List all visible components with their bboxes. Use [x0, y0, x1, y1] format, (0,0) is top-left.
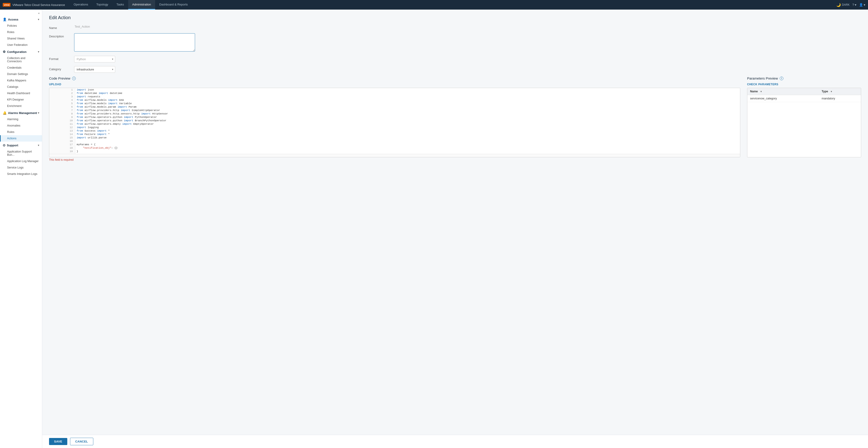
code-line-content: from datetime import datetime: [75, 91, 740, 95]
line-number: 6: [49, 105, 75, 108]
sidebar-group-alarms[interactable]: 🔔Alarms Management ▾: [0, 109, 42, 116]
code-table: 1import json2from datetime import dateti…: [49, 88, 740, 154]
format-select-wrapper: Python ▾: [74, 56, 115, 62]
code-line-content: import logging: [75, 126, 740, 129]
sidebar-collapse-button[interactable]: «: [0, 9, 42, 16]
sidebar-group-configuration[interactable]: ⚙Configuration ▾: [0, 48, 42, 55]
code-scroll-area[interactable]: 1import json2from datetime import dateti…: [49, 88, 740, 154]
code-line-content: from airflow.operators.empty import Empt…: [75, 122, 740, 126]
cancel-button[interactable]: CANCEL: [70, 438, 93, 445]
sidebar-item-roles[interactable]: Roles: [0, 29, 42, 35]
code-preview-header: Code Preview i: [49, 76, 740, 80]
sidebar-item-kafka-mappers[interactable]: Kafka Mappers: [0, 77, 42, 84]
nav-item-administration[interactable]: Administration: [128, 0, 155, 9]
category-value-wrap: infrastructure network application ▾: [74, 66, 202, 73]
save-button[interactable]: SAVE: [49, 438, 67, 445]
params-type-filter-icon[interactable]: ▼: [830, 90, 832, 93]
category-select-wrapper: infrastructure network application ▾: [74, 66, 115, 73]
line-number: 9: [49, 115, 75, 119]
sidebar-item-anomalies[interactable]: Anomalies: [0, 122, 42, 129]
line-number: 12: [49, 126, 75, 129]
code-horizontal-scrollbar[interactable]: [49, 154, 740, 157]
format-select[interactable]: Python: [74, 56, 115, 62]
code-line-content: from airflow.models import Variable: [75, 102, 740, 105]
sidebar-item-alarming[interactable]: Alarming: [0, 116, 42, 122]
code-line-content: myParams = {: [75, 143, 740, 146]
sidebar-item-app-support[interactable]: Application Support Bun...: [0, 149, 42, 158]
line-number: 1: [49, 88, 75, 91]
sidebar-item-user-federation[interactable]: User Federation: [0, 42, 42, 48]
sidebar-item-credentials[interactable]: Credentials: [0, 65, 42, 71]
sidebar-item-rules[interactable]: Rules: [0, 129, 42, 135]
code-line-row: 14from Failure import *: [49, 132, 740, 136]
sidebar-item-service-logs[interactable]: Service Logs: [0, 164, 42, 171]
nav-items: Operations Topology Tasks Administration…: [69, 0, 836, 9]
code-line-row: 6from airflow.models.param import Param: [49, 105, 740, 108]
nav-item-tasks[interactable]: Tasks: [112, 0, 128, 9]
sidebar-item-enrichment[interactable]: Enrichment: [0, 103, 42, 109]
sidebar-item-actions[interactable]: Actions: [0, 135, 42, 141]
dark-mode-toggle[interactable]: 🌙 DARK: [836, 3, 849, 7]
code-line-content: from airflow.operators.python import Pyt…: [75, 115, 740, 119]
code-line-row: 16: [49, 139, 740, 143]
code-line-row: 11from airflow.operators.empty import Em…: [49, 122, 740, 126]
params-table-row: servicenow_categorymandatory: [747, 95, 861, 102]
code-line-row: 12import logging: [49, 126, 740, 129]
field-required-message: This field is required: [49, 158, 740, 161]
sidebar-item-collectors[interactable]: Collectors and Connectors: [0, 55, 42, 65]
check-params-link[interactable]: CHECK PARAMETERS: [747, 83, 778, 86]
configuration-icon: ⚙: [3, 50, 6, 54]
name-value: Test_Action: [74, 25, 202, 28]
code-preview-title: Code Preview: [49, 76, 70, 80]
description-textarea[interactable]: [74, 33, 195, 52]
sidebar-item-smarts-integration[interactable]: Smarts Integration Logs: [0, 171, 42, 177]
sidebar-group-access[interactable]: 👤Access ▾: [0, 16, 42, 23]
param-type-cell: mandatory: [819, 95, 861, 102]
name-label: Name: [49, 25, 74, 30]
code-line-row: 5from airflow.models import Variable: [49, 102, 740, 105]
line-number: 13: [49, 129, 75, 132]
code-line-content: from airflow.operators.python import Bra…: [75, 119, 740, 122]
category-select[interactable]: infrastructure network application: [74, 66, 115, 73]
code-preview-info-icon[interactable]: i: [72, 76, 76, 80]
params-name-filter-icon[interactable]: ▼: [760, 90, 763, 93]
code-line-row: 3import requests: [49, 95, 740, 98]
sidebar-item-health-dashboard[interactable]: Health Dashboard: [0, 90, 42, 96]
sidebar-item-kpi-designer[interactable]: KPI Designer: [0, 96, 42, 103]
param-name-cell: servicenow_category: [747, 95, 819, 102]
line-number: 3: [49, 95, 75, 98]
sidebar-item-shared-views[interactable]: Shared Views: [0, 35, 42, 42]
help-button[interactable]: ? ▾: [852, 3, 856, 7]
nav-item-dashboard[interactable]: Dashboard & Reports: [155, 0, 192, 9]
params-preview-info-icon[interactable]: i: [780, 76, 783, 80]
sidebar-item-policies[interactable]: Policies: [0, 23, 42, 29]
alarms-chevron-icon: ▾: [38, 111, 39, 115]
user-button[interactable]: 👤 ▾: [859, 3, 865, 7]
code-line-row: 4from airflow.models import DAG: [49, 98, 740, 102]
params-preview-title: Parameters Preview: [747, 76, 778, 80]
nav-item-topology[interactable]: Topology: [92, 0, 112, 9]
nav-item-operations[interactable]: Operations: [69, 0, 92, 9]
line-number: 8: [49, 112, 75, 115]
code-line-row: 17myParams = {: [49, 143, 740, 146]
alarms-icon: 🔔: [3, 111, 7, 115]
line-number: 14: [49, 132, 75, 136]
user-icon: 👤: [859, 3, 863, 7]
code-line-row: 15import urllib.parse: [49, 136, 740, 139]
description-field: Description: [49, 33, 861, 52]
sidebar-item-catalogs[interactable]: Catalogs: [0, 84, 42, 90]
sidebar-section-access: 👤Access ▾ Policies Roles Shared Views Us…: [0, 16, 42, 48]
moon-icon: 🌙: [836, 3, 841, 7]
line-number: 7: [49, 108, 75, 112]
line-number: 15: [49, 136, 75, 139]
upload-link[interactable]: UPLOAD: [49, 83, 61, 86]
sidebar-item-domain-settings[interactable]: Domain Settings: [0, 71, 42, 77]
code-line-row: 13from Success import *: [49, 129, 740, 132]
code-line-content: from Success import *: [75, 129, 740, 132]
sidebar-group-support[interactable]: ⊙Support ▾: [0, 141, 42, 149]
sidebar-item-app-log-manager[interactable]: Application Log Manager: [0, 158, 42, 164]
line-number: 20: [49, 153, 75, 154]
code-line-content: from airflow.models.param import Param: [75, 105, 740, 108]
code-line-content: [75, 139, 740, 143]
code-line-row: 10from airflow.operators.python import B…: [49, 119, 740, 122]
